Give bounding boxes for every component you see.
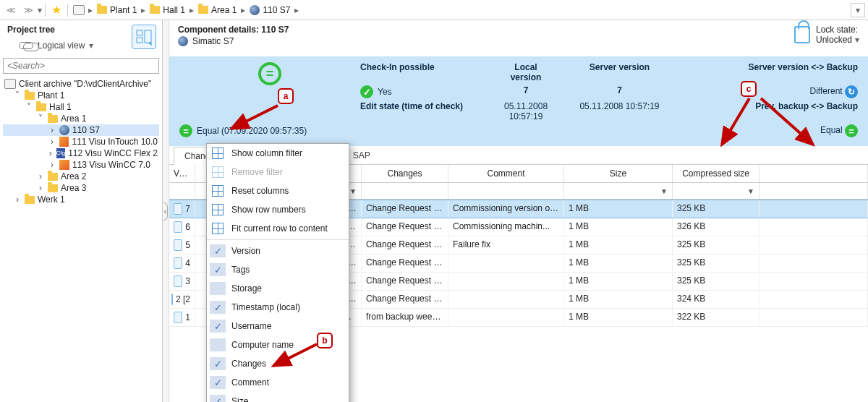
chevron-right-icon: ▸ xyxy=(294,5,299,15)
tree-node-113[interactable]: ›113 Visu WinCC 7.0 xyxy=(3,159,159,171)
chevron-right-icon: ▸ xyxy=(190,5,194,15)
lock-state[interactable]: Lock state: Unlocked▾ xyxy=(794,25,859,45)
menu-col-size[interactable]: ✓Size xyxy=(207,392,349,402)
callout-c: c xyxy=(741,81,757,97)
col-version[interactable]: Vers xyxy=(169,165,195,182)
menu-show-column-filter[interactable]: Show column filter xyxy=(207,144,349,163)
tree-node-area3[interactable]: ›Area 3 xyxy=(3,182,159,194)
filter-dropdown-icon[interactable]: ▼ xyxy=(660,187,668,195)
version-icon xyxy=(174,257,182,269)
filter-dropdown-icon[interactable]: ▼ xyxy=(747,187,754,195)
component-type: Simatic S7 xyxy=(192,36,234,46)
version-icon xyxy=(174,221,182,233)
svg-rect-2 xyxy=(145,30,151,43)
arrow-c-left xyxy=(715,94,758,150)
wincc-icon xyxy=(59,160,69,170)
check-icon: ✓ xyxy=(214,246,222,257)
svg-rect-0 xyxy=(137,30,142,35)
filter-dropdown-icon[interactable]: ▼ xyxy=(349,187,357,195)
s7-icon xyxy=(59,125,69,135)
tree-root[interactable]: Client archive "D:\vdClientArchive" xyxy=(3,78,159,90)
crumb-area1[interactable]: Area 1 xyxy=(195,5,239,15)
tree-node-area2[interactable]: ›Area 2 xyxy=(3,171,159,182)
check-icon: ✓ xyxy=(214,359,222,369)
equal-badge-icon: = xyxy=(845,124,858,137)
layout-icon xyxy=(135,28,153,46)
arrow-a xyxy=(226,101,282,134)
root-toggle-button[interactable] xyxy=(71,2,87,18)
tree-node-area1[interactable]: ˅Area 1 xyxy=(3,113,159,124)
arrow-c-right xyxy=(755,94,820,150)
menu-col-storage[interactable]: Storage xyxy=(207,279,349,298)
chevron-right-icon: ▸ xyxy=(88,5,93,15)
version-icon xyxy=(171,294,173,305)
grid-numbers-icon xyxy=(212,204,224,215)
search-input[interactable] xyxy=(3,58,159,74)
splitter-handle[interactable]: ‹ xyxy=(163,20,169,402)
callout-b: b xyxy=(317,333,333,348)
nav-forward-button[interactable]: ≫ xyxy=(20,2,36,18)
menu-col-timestamp[interactable]: ✓Timestamp (local) xyxy=(207,298,349,317)
grid-fit-icon xyxy=(212,223,224,234)
favorite-button[interactable]: ★ xyxy=(48,2,64,18)
project-tree-panel: Project tree Logical view ▾ Client archi… xyxy=(0,20,163,402)
menu-show-row-numbers[interactable]: Show row numbers xyxy=(207,200,349,219)
layout-switch-button[interactable] xyxy=(132,25,156,49)
col-size[interactable]: Size xyxy=(564,165,673,182)
menu-col-comment[interactable]: ✓Comment xyxy=(207,373,349,392)
tree: Client archive "D:\vdClientArchive" ˅Pla… xyxy=(0,75,162,402)
chevron-down-icon[interactable]: ▾ xyxy=(851,3,865,17)
different-icon: ↻ xyxy=(845,85,858,98)
archive-icon xyxy=(4,79,16,89)
check-icon: ✓ xyxy=(214,302,222,313)
menu-remove-filter: Remove filter xyxy=(207,163,349,181)
tree-node-110s7[interactable]: ›110 S7 xyxy=(3,124,159,136)
breadcrumb-toolbar: ≪ ≫ ▾ ★ ▸ Plant 1 ▸ Hall 1 ▸ Area 1 ▸ 11… xyxy=(0,0,868,20)
arrow-b xyxy=(268,340,321,372)
crumb-hall1[interactable]: Hall 1 xyxy=(147,5,188,15)
check-icon: ✓ xyxy=(214,396,222,403)
s7-icon xyxy=(178,36,188,46)
check-icon: ✓ xyxy=(214,377,222,388)
callout-a: a xyxy=(278,88,294,104)
check-icon: ✓ xyxy=(214,265,222,275)
equal-badge-icon: = xyxy=(179,124,192,137)
tree-node-hall1[interactable]: ˅Hall 1 xyxy=(3,101,159,113)
tree-node-plant1[interactable]: ˅Plant 1 xyxy=(3,90,159,101)
col-compressed-size[interactable]: Compressed size xyxy=(673,165,760,182)
version-icon xyxy=(174,275,182,287)
crumb-plant1[interactable]: Plant 1 xyxy=(94,5,140,15)
nav-back-button[interactable]: ≪ xyxy=(3,2,19,18)
tree-node-111[interactable]: ›111 Visu InTouch 10.0 xyxy=(3,136,159,147)
version-icon xyxy=(174,312,182,323)
tree-node-112[interactable]: ›Cfg112 Visu WinCC Flex 2 xyxy=(3,147,159,159)
intouch-icon xyxy=(59,137,69,147)
check-icon: ✓ xyxy=(214,321,222,332)
menu-col-tags[interactable]: ✓Tags xyxy=(207,260,349,279)
chevron-down-icon[interactable]: ▾ xyxy=(38,5,42,15)
equal-icon: = xyxy=(258,62,281,85)
chevron-right-icon: ▸ xyxy=(141,5,145,15)
menu-reset-columns[interactable]: Reset columns xyxy=(207,181,349,200)
col-changes[interactable]: Changes xyxy=(362,165,448,182)
menu-col-version[interactable]: ✓Version xyxy=(207,241,349,260)
grid-reset-icon xyxy=(212,185,224,197)
tree-search[interactable] xyxy=(3,58,159,74)
crumb-component[interactable]: 110 S7 xyxy=(247,5,293,15)
grid-filter-off-icon xyxy=(212,166,224,178)
lock-open-icon xyxy=(794,26,810,43)
collapse-left-icon: ‹ xyxy=(163,202,168,221)
component-title: Component details: 110 S7 xyxy=(178,25,794,35)
version-icon xyxy=(174,239,182,251)
col-comment[interactable]: Comment xyxy=(448,165,564,182)
tree-node-werk1[interactable]: ›Werk 1 xyxy=(3,194,159,205)
version-icon xyxy=(174,203,182,215)
wincc-flex-icon: Cfg xyxy=(56,148,65,158)
s7-icon xyxy=(250,5,260,15)
grid-filter-icon xyxy=(212,147,224,159)
svg-rect-1 xyxy=(137,38,142,43)
chevron-down-icon: ▾ xyxy=(855,35,859,45)
menu-fit-row[interactable]: Fit current row to content xyxy=(207,219,349,238)
chevron-right-icon: ▸ xyxy=(241,5,245,15)
check-icon: ✓ xyxy=(360,85,373,98)
